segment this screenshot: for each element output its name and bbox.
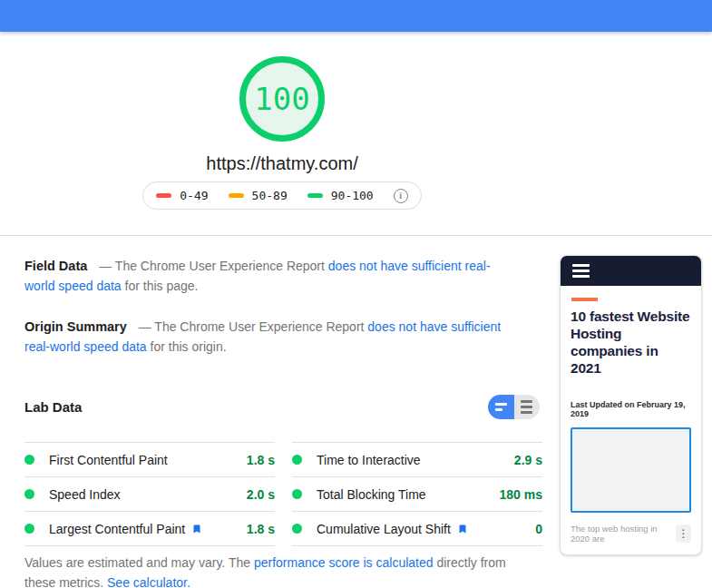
metric-value: 1.8 s (247, 453, 275, 467)
legend-label: 90-100 (331, 189, 374, 202)
score-legend: 0-49 50-89 90-100 i (142, 181, 421, 210)
metric-value: 1.8 s (247, 522, 275, 536)
origin-summary-title: Origin Summary (24, 319, 127, 334)
orange-accent-bar (571, 298, 598, 301)
hamburger-menu-icon (572, 264, 590, 278)
origin-summary-prefix: — The Chrome User Experience Report (139, 319, 365, 334)
toggle-compact-view-button[interactable] (488, 395, 514, 419)
score-section: 100 https://thatmy.com/ 0-49 50-89 90-10… (0, 32, 564, 210)
estimate-note: Values are estimated and may vary. The p… (24, 553, 519, 588)
metric-row-time-to-interactive: Time to Interactive 2.9 s (292, 442, 542, 476)
screenshot-caption-row: The top web hosting in 2020 are ⋮ (571, 524, 691, 544)
green-dot-icon (24, 524, 34, 534)
green-dot-icon (24, 489, 34, 499)
green-dot-icon (292, 524, 302, 534)
metric-row-total-blocking-time: Total Blocking Time 180 ms (292, 476, 542, 511)
metric-row-first-contentful-paint: First Contentful Paint 1.8 s (24, 442, 275, 476)
list-view-icon (521, 406, 532, 408)
lab-data-title: Lab Data (24, 399, 82, 415)
bookmark-icon (457, 523, 468, 535)
metric-label: Cumulative Layout Shift (317, 522, 451, 536)
performance-score-gauge[interactable]: 100 (239, 56, 325, 142)
bookmark-icon (191, 523, 202, 535)
metrics-view-toggle[interactable] (488, 395, 540, 419)
app-header-bar (0, 0, 712, 32)
toggle-list-view-button[interactable] (514, 395, 541, 419)
metric-label: First Contentful Paint (49, 453, 168, 467)
orange-dash-icon (229, 193, 244, 198)
compact-view-icon (495, 408, 502, 411)
origin-summary-suffix: for this origin. (151, 339, 227, 354)
compact-view-icon (495, 403, 507, 406)
metric-value: 180 ms (500, 487, 542, 502)
screenshot-site-body: 10 fastest Website Hosting companies in … (561, 286, 701, 554)
field-data-title: Field Data (24, 259, 87, 273)
report-left-column: Field Data — The Chrome User Experience … (0, 236, 542, 588)
metric-label: Total Blocking Time (317, 487, 426, 502)
field-data-suffix: for this page. (125, 279, 199, 293)
green-dot-icon (292, 455, 302, 465)
legend-label: 50-89 (252, 189, 288, 202)
metric-label: Largest Contentful Paint (49, 522, 185, 536)
performance-score-link[interactable]: performance score is calculated (254, 555, 434, 570)
legend-item-fast: 90-100 (307, 189, 374, 202)
page-screenshot-card[interactable]: 10 fastest Website Hosting companies in … (560, 255, 702, 555)
more-options-icon[interactable]: ⋮ (676, 524, 691, 543)
screenshot-image-placeholder (571, 427, 691, 513)
field-data-paragraph: Field Data — The Chrome User Experience … (24, 256, 514, 296)
metric-row-cumulative-layout-shift: Cumulative Layout Shift 0 (292, 511, 542, 545)
metrics-right-column: Time to Interactive 2.9 s Total Blocking… (292, 442, 542, 546)
info-icon[interactable]: i (394, 189, 408, 203)
screenshot-site-header (561, 256, 701, 286)
metric-row-speed-index: Speed Index 2.0 s (24, 476, 275, 511)
legend-label: 0-49 (180, 189, 208, 202)
estimate-note-text: Values are estimated and may vary. The (24, 555, 250, 570)
green-dot-icon (24, 455, 34, 465)
metrics-left-column: First Contentful Paint 1.8 s Speed Index… (24, 442, 275, 546)
metric-label: Speed Index (49, 487, 121, 502)
screenshot-caption: The top web hosting in 2020 are (571, 524, 676, 544)
metric-row-largest-contentful-paint: Largest Contentful Paint 1.8 s (24, 511, 275, 545)
field-data-prefix: — The Chrome User Experience Report (99, 259, 325, 273)
red-dash-icon (156, 193, 171, 198)
green-dash-icon (307, 193, 323, 198)
see-calculator-link[interactable]: See calculator. (107, 575, 190, 588)
performance-score-value: 100 (254, 81, 309, 117)
metric-value: 0 (535, 522, 542, 536)
screenshot-last-updated: Last Updated on February 19, 2019 (571, 400, 691, 418)
report-content: Field Data — The Chrome User Experience … (0, 236, 712, 588)
legend-item-slow: 0-49 (156, 189, 208, 202)
metric-label: Time to Interactive (317, 453, 421, 467)
legend-item-average: 50-89 (229, 189, 288, 202)
metrics-table: First Contentful Paint 1.8 s Speed Index… (24, 442, 542, 546)
page-url: https://thatmy.com/ (206, 153, 357, 174)
origin-summary-paragraph: Origin Summary — The Chrome User Experie… (24, 317, 514, 357)
lab-data-header: Lab Data (24, 395, 540, 419)
screenshot-heading: 10 fastest Website Hosting companies in … (571, 309, 691, 377)
list-view-icon (521, 411, 532, 414)
metric-value: 2.9 s (514, 453, 542, 467)
list-view-icon (521, 400, 532, 403)
metric-value: 2.0 s (247, 487, 275, 502)
green-dot-icon (292, 489, 302, 499)
